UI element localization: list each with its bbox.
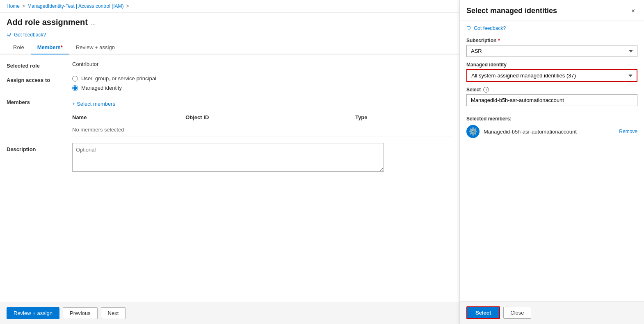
radio-managed-identity-input[interactable]: [72, 85, 78, 91]
radio-managed-identity[interactable]: Managed identity: [72, 85, 453, 91]
radio-user-group-input[interactable]: [72, 76, 78, 82]
col-type: Type: [355, 112, 453, 123]
breadcrumb-sep2: >: [126, 3, 129, 9]
page-title-ellipsis[interactable]: ...: [91, 19, 96, 26]
right-panel-footer: Select Close: [460, 301, 644, 324]
subscription-dropdown[interactable]: ASR: [466, 45, 637, 57]
main-panel: Home > ManagedIdentity-Test | Access con…: [0, 0, 459, 324]
radio-user-group[interactable]: User, group, or service principal: [72, 75, 453, 82]
right-feedback-bar[interactable]: 🗨 Got feedback?: [466, 25, 637, 31]
member-avatar: ⚙️: [466, 125, 480, 138]
member-avatar-icon: ⚙️: [468, 127, 477, 136]
col-object-id: Object ID: [185, 112, 355, 123]
members-label: Members: [7, 97, 72, 105]
next-button[interactable]: Next: [101, 307, 126, 319]
remove-member-button[interactable]: Remove: [619, 129, 637, 134]
no-members-row: No members selected: [72, 123, 453, 136]
managed-identity-dropdown[interactable]: All system-assigned managed identities (…: [466, 69, 637, 82]
radio-user-group-label: User, group, or service principal: [81, 75, 156, 82]
members-section: + Select members Name Object ID Type No …: [72, 101, 453, 136]
select-field-label: Select: [466, 87, 481, 93]
select-members-button[interactable]: + Select members: [72, 101, 115, 107]
right-panel-header: Select managed identities ×: [460, 0, 644, 20]
page-title-area: Add role assignment ...: [0, 13, 459, 30]
select-info-icon: i: [483, 87, 489, 93]
selected-role-value: Contributor: [72, 61, 453, 67]
feedback-icon: 🗨: [7, 32, 11, 38]
tabs: Role Members* Review + assign: [0, 41, 459, 54]
subscription-field-label: Subscription*: [466, 38, 637, 43]
right-panel-title: Select managed identities: [466, 7, 557, 15]
tab-role[interactable]: Role: [7, 41, 31, 54]
tab-members[interactable]: Members*: [31, 41, 69, 54]
previous-button[interactable]: Previous: [63, 307, 98, 319]
select-label-row: Select i: [466, 87, 637, 93]
form-content: Selected role Contributor Assign access …: [0, 54, 459, 302]
col-name: Name: [72, 112, 185, 123]
breadcrumb: Home > ManagedIdentity-Test | Access con…: [0, 0, 459, 13]
members-table: Name Object ID Type No members selected: [72, 112, 453, 136]
selected-role-label: Selected role: [7, 61, 72, 69]
panel-close-btn[interactable]: Close: [503, 307, 531, 319]
selected-role-row: Selected role Contributor: [7, 61, 453, 69]
managed-identity-field-label: Managed identity: [466, 62, 637, 68]
managed-identity-dropdown-wrapper: All system-assigned managed identities (…: [466, 69, 637, 82]
description-textarea[interactable]: [72, 143, 384, 172]
no-members-text: No members selected: [72, 123, 453, 136]
assign-access-row: Assign access to User, group, or service…: [7, 75, 453, 91]
panel-close-button[interactable]: ×: [629, 7, 637, 15]
breadcrumb-home[interactable]: Home: [7, 3, 20, 9]
assign-access-value: User, group, or service principal Manage…: [72, 75, 453, 91]
main-feedback-bar[interactable]: 🗨 Got feedback?: [0, 30, 459, 41]
select-search-input[interactable]: [466, 94, 637, 106]
right-panel-body: 🗨 Got feedback? Subscription* ASR Manage…: [460, 20, 644, 301]
breadcrumb-sep1: >: [22, 3, 25, 9]
description-row: Description: [7, 143, 453, 172]
review-assign-button[interactable]: Review + assign: [7, 307, 59, 319]
main-feedback-label: Got feedback?: [14, 32, 46, 38]
tab-review[interactable]: Review + assign: [69, 41, 121, 54]
panel-select-button[interactable]: Select: [466, 306, 500, 319]
right-panel: Select managed identities × 🗨 Got feedba…: [459, 0, 644, 324]
radio-managed-identity-label: Managed identity: [81, 85, 122, 91]
members-row: Members + Select members Name Object ID …: [7, 97, 453, 136]
selected-members-section: Selected members: ⚙️ Managedid-b5h-asr-a…: [466, 116, 637, 138]
bottom-bar: Review + assign Previous Next: [0, 302, 459, 324]
member-name: Managedid-b5h-asr-automationaccount: [484, 129, 615, 135]
right-feedback-icon: 🗨: [466, 25, 471, 31]
description-label: Description: [7, 143, 72, 152]
page-title: Add role assignment: [7, 18, 88, 27]
selected-members-label: Selected members:: [466, 116, 637, 122]
selected-member-item: ⚙️ Managedid-b5h-asr-automationaccount R…: [466, 125, 637, 138]
radio-group: User, group, or service principal Manage…: [72, 75, 453, 91]
assign-access-label: Assign access to: [7, 75, 72, 83]
right-feedback-label: Got feedback?: [474, 25, 506, 31]
breadcrumb-managed[interactable]: ManagedIdentity-Test | Access control (I…: [27, 3, 124, 9]
